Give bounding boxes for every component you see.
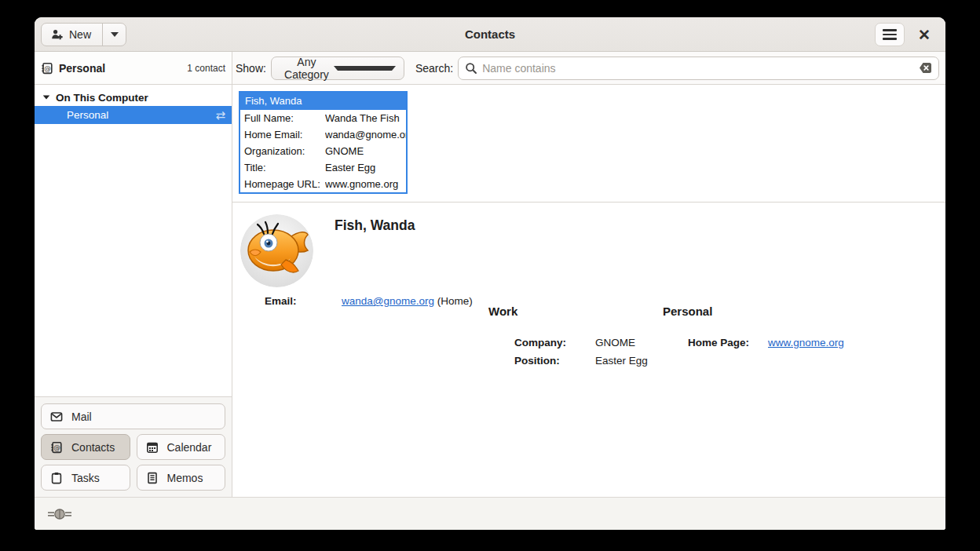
- addressbook-header: @ Personal 1 contact: [35, 52, 232, 84]
- toolbar: Show: Any Category Search:: [232, 52, 945, 84]
- addressbook-title: Personal: [59, 62, 105, 75]
- company-label: Company:: [514, 337, 566, 348]
- svg-text:@: @: [44, 64, 51, 72]
- minicard-row: Full Name: Wanda The Fish: [240, 110, 406, 126]
- minicard-row: Home Email: wanda@gnome.org: [240, 126, 406, 143]
- window-title: Contacts: [35, 27, 945, 41]
- expander-icon: [43, 95, 50, 99]
- tree-group-on-this-computer[interactable]: On This Computer: [35, 89, 232, 106]
- email-row: wanda@gnome.org (Home): [342, 295, 473, 307]
- preview-contact-name: Fish, Wanda: [335, 217, 415, 234]
- contact-list: Fish, Wanda Full Name: Wanda The Fish Ho…: [232, 85, 945, 203]
- clear-search-icon[interactable]: [919, 61, 932, 75]
- minicard-row: Organization: GNOME: [240, 143, 406, 159]
- new-split-button: New: [41, 23, 126, 46]
- evolution-window: Contacts New ✕: [35, 17, 945, 530]
- personal-section-heading: Personal: [663, 305, 712, 318]
- svg-text:@: @: [53, 443, 60, 451]
- tree-group-label: On This Computer: [56, 92, 148, 104]
- minicard-row: Homepage URL: www.gnome.org: [240, 176, 406, 192]
- chevron-down-icon: [334, 66, 396, 71]
- switcher-contacts-button[interactable]: @ Contacts: [41, 434, 130, 460]
- calendar-icon: [146, 441, 159, 454]
- sidebar: On This Computer Personal ⇄ Mail: [35, 85, 232, 497]
- new-button-label: New: [69, 28, 91, 41]
- position-label: Position:: [514, 355, 560, 367]
- dropdown-arrow-icon: [111, 32, 119, 37]
- switcher-calendar-label: Calendar: [167, 441, 212, 454]
- contact-count: 1 contact: [187, 63, 225, 74]
- search-label: Search:: [415, 62, 453, 75]
- minicard-row: Title: Easter Egg: [240, 159, 406, 176]
- contacts-icon: @: [50, 441, 63, 454]
- new-button[interactable]: New: [42, 24, 102, 46]
- tree-item-personal[interactable]: Personal ⇄: [35, 106, 232, 124]
- position-value: Easter Egg: [595, 355, 648, 367]
- new-dropdown-button[interactable]: [102, 24, 126, 46]
- addressbook-tree: On This Computer Personal ⇄: [35, 85, 232, 396]
- address-book-icon: @: [41, 62, 53, 75]
- switcher-mail-label: Mail: [71, 411, 92, 423]
- company-value: GNOME: [595, 337, 635, 348]
- switcher-tasks-button[interactable]: Tasks: [41, 465, 130, 491]
- email-link[interactable]: wanda@gnome.org: [342, 295, 434, 307]
- memos-icon: [146, 472, 159, 484]
- close-icon: ✕: [918, 26, 931, 44]
- mail-icon: [50, 411, 63, 423]
- tasks-icon: [50, 472, 63, 484]
- search-input[interactable]: [482, 62, 914, 75]
- new-contact-icon: [51, 28, 64, 41]
- switcher-contacts-label: Contacts: [71, 441, 115, 454]
- sync-icon: ⇄: [215, 108, 225, 122]
- switcher-tasks-label: Tasks: [71, 472, 100, 484]
- work-section-heading: Work: [488, 305, 517, 318]
- hamburger-menu-icon: [883, 29, 897, 31]
- contact-preview: Fish, Wanda Email: wanda@gnome.org (Home…: [232, 203, 945, 497]
- contact-minicard[interactable]: Fish, Wanda Full Name: Wanda The Fish Ho…: [239, 91, 408, 194]
- switcher-mail-button[interactable]: Mail: [41, 403, 225, 429]
- category-value: Any Category: [280, 56, 334, 81]
- online-status-plug-icon[interactable]: [47, 509, 72, 520]
- content-pane: Fish, Wanda Full Name: Wanda The Fish Ho…: [232, 85, 945, 497]
- header-row: @ Personal 1 contact Show: Any Category …: [35, 52, 945, 85]
- search-entry: [458, 57, 939, 80]
- component-switcher: Mail @ Contacts: [35, 396, 232, 497]
- switcher-memos-button[interactable]: Memos: [137, 465, 226, 491]
- homepage-link[interactable]: www.gnome.org: [768, 337, 844, 348]
- avatar: [240, 214, 313, 287]
- titlebar: Contacts New ✕: [35, 17, 945, 52]
- tree-item-label: Personal: [67, 109, 108, 121]
- switcher-memos-label: Memos: [167, 472, 203, 484]
- show-label: Show:: [236, 62, 266, 75]
- email-label: Email:: [265, 295, 297, 307]
- close-button[interactable]: ✕: [911, 23, 938, 46]
- main-area: On This Computer Personal ⇄ Mail: [35, 85, 945, 497]
- hamburger-menu-button[interactable]: [875, 23, 905, 46]
- homepage-label: Home Page:: [688, 337, 749, 348]
- switcher-calendar-button[interactable]: Calendar: [137, 434, 226, 460]
- search-icon: [465, 62, 477, 75]
- email-type: (Home): [434, 295, 473, 307]
- statusbar: [35, 497, 945, 530]
- category-dropdown[interactable]: Any Category: [271, 57, 404, 80]
- minicard-title: Fish, Wanda: [240, 93, 406, 110]
